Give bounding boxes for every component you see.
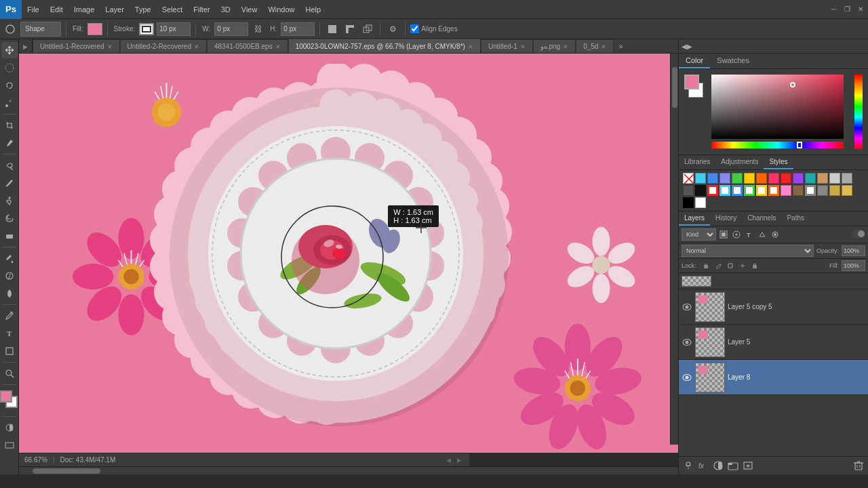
swatch-red[interactable]	[781, 173, 791, 184]
shape-dropdown[interactable]: Shape	[20, 22, 61, 37]
vertical-scrollbar[interactable]	[670, 54, 678, 445]
layer-kind-select[interactable]: Kind Name Effect Mode	[682, 228, 716, 241]
swatch-blue2[interactable]	[719, 173, 730, 184]
tab-swatches[interactable]: Swatches	[710, 54, 756, 68]
close-tab-png[interactable]: ✕	[563, 43, 568, 50]
swatch-teal[interactable]	[805, 173, 816, 184]
close-tab-untitled1b[interactable]: ✕	[520, 43, 526, 50]
fg-color-preview[interactable]	[684, 75, 699, 89]
menu-window[interactable]: Window	[262, 0, 300, 18]
path-op-combine[interactable]	[360, 22, 375, 37]
swatch-white[interactable]	[695, 197, 706, 208]
expand-panel-icon[interactable]: ◀▶	[682, 41, 692, 52]
height-input[interactable]	[281, 22, 315, 36]
filter-adjustment-icon[interactable]	[731, 229, 742, 240]
swatch-dark-tan[interactable]	[793, 185, 804, 196]
swatch-blue1[interactable]	[707, 173, 718, 184]
quick-mask-toggle[interactable]	[1, 420, 18, 436]
filter-pixel-icon[interactable]	[718, 229, 729, 240]
layer-item-5[interactable]: Layer 5	[679, 325, 868, 360]
color-gradient-picker[interactable]	[711, 75, 844, 139]
tab-styles[interactable]: Styles	[764, 155, 793, 169]
shape-tool[interactable]	[1, 343, 18, 359]
tab-color[interactable]: Color	[679, 54, 710, 68]
blend-mode-select[interactable]: Normal Multiply Screen Overlay	[682, 245, 814, 257]
filter-toggle[interactable]	[852, 230, 865, 239]
swatch-outline-y[interactable]	[756, 185, 767, 196]
link-dimensions-icon[interactable]: ⛓	[251, 22, 266, 37]
lock-all-icon[interactable]	[750, 261, 760, 270]
tab-0-5d[interactable]: 0_5d ✕	[576, 39, 614, 53]
tab-48341[interactable]: 48341-0500EB.eps ✕	[207, 39, 288, 53]
swatch-outline-gray[interactable]	[805, 185, 816, 196]
menu-edit[interactable]: Edit	[45, 0, 68, 18]
tab-libraries[interactable]: Libraries	[679, 155, 715, 169]
clone-stamp-tool[interactable]	[1, 192, 18, 209]
path-op-subtract[interactable]	[342, 22, 357, 37]
close-tab-100023[interactable]: ✕	[468, 43, 473, 50]
layers-tab-paths[interactable]: Paths	[781, 211, 810, 226]
blur-tool[interactable]	[1, 268, 18, 284]
pen-tool[interactable]	[1, 308, 18, 324]
fill-color-swatch[interactable]	[87, 23, 102, 35]
close-button[interactable]: ✕	[854, 3, 867, 16]
menu-type[interactable]: Type	[130, 0, 157, 18]
minimize-button[interactable]: ─	[827, 3, 840, 16]
patch-tool[interactable]	[1, 157, 18, 174]
paint-bucket-tool[interactable]	[1, 250, 18, 266]
type-tool[interactable]: T	[1, 325, 18, 342]
more-tabs-button[interactable]: »	[614, 39, 627, 53]
menu-help[interactable]: Help	[300, 0, 327, 18]
lock-pixels-icon[interactable]	[701, 261, 711, 270]
lock-paint-icon[interactable]	[713, 261, 723, 270]
panel-toggle-icon[interactable]: ▶	[20, 41, 31, 52]
eraser-tool[interactable]	[1, 228, 18, 244]
menu-3d[interactable]: 3D	[216, 0, 236, 18]
fill-input[interactable]	[842, 260, 865, 271]
swatch-purple[interactable]	[793, 173, 804, 184]
swatch-mid-gray2[interactable]	[817, 185, 828, 196]
tab-100023[interactable]: 100023-0LOWN2-757.eps @ 66.7% (Layer 8, …	[288, 39, 481, 53]
swatch-outline-b[interactable]	[732, 185, 743, 196]
dodge-tool[interactable]	[1, 285, 18, 302]
lasso-tool[interactable]	[1, 77, 18, 94]
close-tab-0-5d[interactable]: ✕	[601, 43, 606, 50]
swatch-gold2[interactable]	[842, 185, 852, 196]
layers-tab-channels[interactable]: Channels	[742, 211, 781, 226]
swatch-black[interactable]	[695, 185, 706, 196]
swatch-orange[interactable]	[756, 173, 767, 184]
swatch-none[interactable]	[683, 173, 694, 184]
crop-tool[interactable]	[1, 117, 18, 134]
tab-png[interactable]: ﻩﻭ.png ✕	[533, 39, 576, 53]
marquee-tool[interactable]	[1, 60, 18, 76]
menu-layer[interactable]: Layer	[100, 0, 130, 18]
layer-visibility-5copy5[interactable]	[682, 302, 692, 312]
lock-artboard-icon[interactable]	[726, 261, 735, 270]
align-edges-label[interactable]: Align Edges	[410, 24, 457, 33]
swatch-mid-gray[interactable]	[842, 173, 852, 184]
layer-visibility-5[interactable]	[682, 337, 692, 348]
menu-view[interactable]: View	[236, 0, 263, 18]
swatch-outline-g[interactable]	[744, 185, 755, 196]
foreground-color-swatch[interactable]	[0, 390, 12, 403]
history-brush-tool[interactable]	[1, 210, 18, 226]
hue-bar[interactable]	[711, 142, 844, 148]
filter-shape-icon[interactable]	[757, 229, 768, 240]
swatch-outline-c[interactable]	[719, 185, 730, 196]
tab-untitled2[interactable]: Untitled-2-Recovered ✕	[120, 39, 208, 53]
swatch-fill-pink2[interactable]	[781, 185, 791, 196]
width-input[interactable]	[214, 22, 248, 36]
swatch-green1[interactable]	[732, 173, 743, 184]
v-scroll-thumb[interactable]	[672, 67, 677, 108]
menu-select[interactable]: Select	[157, 0, 189, 18]
wand-tool[interactable]	[1, 95, 18, 111]
add-mask-icon[interactable]	[711, 459, 725, 472]
swatch-yellow[interactable]	[744, 173, 755, 184]
add-link-icon[interactable]	[682, 459, 695, 472]
swatch-outline-r[interactable]	[707, 185, 718, 196]
spectrum-bar[interactable]	[854, 75, 863, 149]
gear-icon[interactable]: ⚙	[385, 22, 400, 37]
maximize-button[interactable]: ❐	[841, 3, 853, 16]
screen-mode-toggle[interactable]	[1, 437, 18, 453]
filter-smart-icon[interactable]	[770, 229, 781, 240]
